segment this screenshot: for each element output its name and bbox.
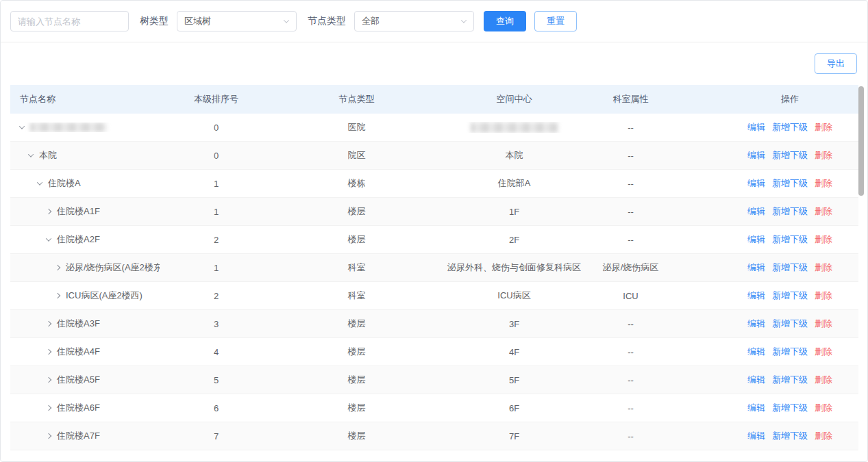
- add-child-link[interactable]: 新增下级: [772, 177, 808, 190]
- tree-indent: [20, 155, 29, 156]
- delete-link[interactable]: 删除: [815, 318, 832, 330]
- vertical-scrollbar[interactable]: [858, 86, 864, 196]
- tree-indent: [20, 408, 47, 409]
- column-header-node-name: 节点名称: [10, 93, 160, 105]
- table-row: ICU病区(A座2楼西) 2 科室 ICU病区 ICU 编辑 新增下级 删除: [10, 282, 858, 310]
- table-row: 住院楼A5F 5 楼层 5F -- 编辑 新增下级 删除: [10, 366, 858, 394]
- add-child-link[interactable]: 新增下级: [772, 261, 808, 274]
- tree-type-select[interactable]: 区域树: [177, 11, 297, 31]
- expand-toggle-icon[interactable]: [46, 349, 51, 355]
- expand-toggle-icon[interactable]: [55, 293, 60, 298]
- column-header-actions: 操作: [673, 93, 858, 105]
- expand-toggle-icon[interactable]: [46, 405, 51, 411]
- expand-toggle-icon[interactable]: [19, 123, 25, 129]
- sort-number-cell: 2: [160, 291, 273, 301]
- space-center-cell: [441, 122, 588, 133]
- delete-link[interactable]: 删除: [815, 290, 832, 302]
- delete-link[interactable]: 删除: [815, 121, 832, 133]
- add-child-link[interactable]: 新增下级: [772, 149, 808, 162]
- table-body: 0 医院 -- 编辑 新增下级 删除 本院 0 院区 本院 -- 编辑 新增下级…: [10, 114, 858, 450]
- expand-toggle-icon[interactable]: [46, 235, 51, 241]
- delete-link[interactable]: 删除: [815, 402, 832, 414]
- expand-toggle-icon[interactable]: [46, 433, 51, 439]
- space-center-cell: 1F: [441, 207, 588, 217]
- table-row: 住院楼A1F 1 楼层 1F -- 编辑 新增下级 删除: [10, 198, 858, 226]
- add-child-link[interactable]: 新增下级: [772, 430, 808, 442]
- edit-link[interactable]: 编辑: [747, 318, 765, 330]
- add-child-link[interactable]: 新增下级: [772, 374, 808, 386]
- edit-link[interactable]: 编辑: [747, 177, 765, 190]
- expand-toggle-icon[interactable]: [28, 151, 34, 157]
- edit-link[interactable]: 编辑: [747, 290, 765, 302]
- filter-bar: 树类型 区域树 节点类型 全部 查询 重置: [1, 1, 867, 42]
- sort-number-cell: 1: [160, 207, 273, 217]
- expand-toggle-icon[interactable]: [46, 377, 51, 383]
- add-child-link[interactable]: 新增下级: [772, 121, 808, 133]
- edit-link[interactable]: 编辑: [747, 374, 765, 386]
- delete-link[interactable]: 删除: [815, 261, 832, 274]
- add-child-link[interactable]: 新增下级: [772, 205, 808, 218]
- dept-attr-cell: --: [588, 235, 673, 245]
- table-row: 住院楼A4F 4 楼层 4F -- 编辑 新增下级 删除: [10, 338, 858, 366]
- space-center-cell: 5F: [441, 375, 588, 385]
- node-name-cell: ICU病区(A座2楼西): [66, 290, 142, 302]
- tree-indent: [20, 211, 47, 212]
- expand-toggle-icon[interactable]: [46, 321, 51, 326]
- sort-number-cell: 4: [160, 347, 273, 357]
- add-child-link[interactable]: 新增下级: [772, 290, 808, 302]
- column-header-node-type: 节点类型: [273, 93, 441, 105]
- node-name-cell: 住院楼A: [48, 177, 81, 190]
- node-type-value: 全部: [362, 15, 380, 27]
- chevron-down-icon: [284, 17, 289, 23]
- edit-link[interactable]: 编辑: [747, 346, 765, 358]
- export-button[interactable]: 导出: [815, 53, 857, 74]
- add-child-link[interactable]: 新增下级: [772, 402, 808, 414]
- add-child-link[interactable]: 新增下级: [772, 346, 808, 358]
- node-type-cell: 楼层: [273, 205, 441, 218]
- node-type-cell: 医院: [273, 121, 441, 133]
- delete-link[interactable]: 删除: [815, 430, 832, 442]
- node-table: 节点名称 本级排序号 节点类型 空间中心 科室属性 操作 0 医院 -- 编辑 …: [10, 85, 858, 450]
- table-row: 住院楼A3F 3 楼层 3F -- 编辑 新增下级 删除: [10, 310, 858, 338]
- table-row: 住院楼A7F 7 楼层 7F -- 编辑 新增下级 删除: [10, 422, 858, 450]
- delete-link[interactable]: 删除: [815, 205, 832, 218]
- table-row: 本院 0 院区 本院 -- 编辑 新增下级 删除: [10, 142, 858, 170]
- add-child-link[interactable]: 新增下级: [772, 318, 808, 330]
- edit-link[interactable]: 编辑: [747, 430, 765, 442]
- node-name-input[interactable]: [10, 11, 129, 31]
- delete-link[interactable]: 删除: [815, 346, 832, 358]
- tree-indent: [20, 240, 47, 240]
- reset-button[interactable]: 重置: [534, 11, 577, 31]
- sort-number-cell: 2: [160, 235, 273, 245]
- delete-link[interactable]: 删除: [815, 149, 832, 162]
- edit-link[interactable]: 编辑: [747, 402, 765, 414]
- expand-toggle-icon[interactable]: [46, 209, 51, 214]
- edit-link[interactable]: 编辑: [747, 205, 765, 218]
- node-name-cell: 住院楼A4F: [57, 346, 100, 358]
- expand-toggle-icon[interactable]: [37, 179, 42, 185]
- edit-link[interactable]: 编辑: [747, 261, 765, 274]
- dept-attr-cell: --: [588, 319, 673, 329]
- node-type-cell: 科室: [273, 261, 441, 274]
- table-row: 住院楼A2F 2 楼层 2F -- 编辑 新增下级 删除: [10, 226, 858, 254]
- edit-link[interactable]: 编辑: [747, 233, 765, 246]
- expand-toggle-icon[interactable]: [55, 265, 60, 270]
- space-center-cell: 7F: [441, 431, 588, 441]
- node-type-cell: 楼层: [273, 318, 441, 330]
- edit-link[interactable]: 编辑: [747, 121, 765, 133]
- node-type-cell: 楼层: [273, 374, 441, 386]
- delete-link[interactable]: 删除: [815, 233, 832, 246]
- delete-link[interactable]: 删除: [815, 374, 832, 386]
- node-type-select[interactable]: 全部: [354, 11, 474, 31]
- dept-attr-cell: --: [588, 403, 673, 413]
- tree-type-value: 区域树: [184, 15, 211, 27]
- delete-link[interactable]: 删除: [815, 177, 832, 190]
- add-child-link[interactable]: 新增下级: [772, 233, 808, 246]
- space-center-cell: 6F: [441, 403, 588, 413]
- tree-indent: [20, 380, 47, 381]
- search-button[interactable]: 查询: [484, 11, 526, 31]
- sort-number-cell: 5: [160, 375, 273, 385]
- node-type-cell: 楼层: [273, 430, 441, 442]
- edit-link[interactable]: 编辑: [747, 149, 765, 162]
- dept-attr-cell: --: [588, 123, 673, 133]
